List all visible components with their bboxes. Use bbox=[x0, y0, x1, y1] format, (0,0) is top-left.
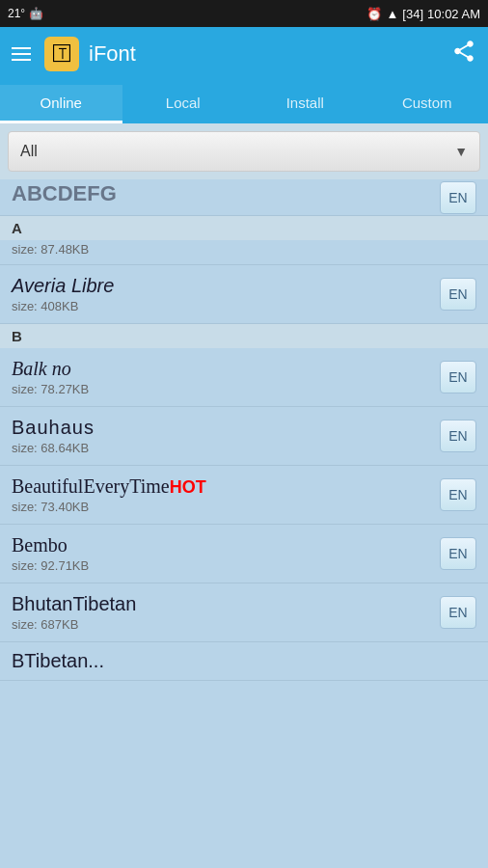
font-name-bauhaus: Bauhaus bbox=[12, 417, 440, 439]
partial-bottom-font-name: BTibetan... bbox=[12, 650, 104, 672]
font-name-bhutan: BhutanTibetan bbox=[12, 593, 440, 615]
signal-icon: ▲ bbox=[386, 7, 398, 21]
tab-custom[interactable]: Custom bbox=[366, 85, 489, 123]
font-item-bhutan[interactable]: BhutanTibetan size: 687KB EN bbox=[0, 583, 488, 642]
dropdown-container: All ▼ bbox=[0, 123, 488, 179]
font-item-averia-libre[interactable]: Averia Libre size: 408KB EN bbox=[0, 265, 488, 324]
partial-lang-badge: EN bbox=[440, 181, 476, 214]
font-item-left: Balk no size: 78.27KB bbox=[12, 358, 440, 396]
tab-bar: Online Local Install Custom bbox=[0, 81, 488, 123]
font-name-beautiful: BeautifulEveryTimeHOT bbox=[12, 475, 440, 498]
lang-badge-bembo: EN bbox=[440, 537, 476, 570]
lang-badge-beautiful: EN bbox=[440, 478, 476, 511]
toolbar-left: 🅃 iFont bbox=[12, 37, 136, 71]
partial-top-item[interactable]: ABCDEFG EN bbox=[0, 179, 488, 216]
app-title: iFont bbox=[89, 41, 136, 67]
app-icon: 🅃 bbox=[44, 37, 79, 71]
partial-size-text: size: 87.48KB bbox=[0, 240, 488, 265]
font-item-beautiful[interactable]: BeautifulEveryTimeHOT size: 73.40KB EN bbox=[0, 466, 488, 525]
font-size-bembo: size: 92.71KB bbox=[12, 558, 440, 573]
hamburger-line bbox=[12, 53, 31, 55]
font-name-bembo: Bembo bbox=[12, 534, 440, 556]
beautiful-text: BeautifulEveryTime bbox=[12, 475, 170, 497]
lang-badge-bhutan: EN bbox=[440, 596, 476, 629]
font-item-left: Averia Libre size: 408KB bbox=[12, 275, 440, 313]
lang-badge-bauhaus: EN bbox=[440, 420, 476, 452]
font-name-balk: Balk no bbox=[12, 358, 440, 380]
hamburger-line bbox=[12, 47, 31, 49]
font-size-beautiful: size: 73.40KB bbox=[12, 500, 440, 514]
hamburger-menu[interactable] bbox=[12, 47, 31, 61]
dropdown-value: All bbox=[20, 143, 38, 160]
tab-local[interactable]: Local bbox=[122, 85, 245, 123]
time-text: 10:02 AM bbox=[427, 7, 480, 21]
font-item-balk[interactable]: Balk no size: 78.27KB EN bbox=[0, 348, 488, 407]
font-size-bhutan: size: 687KB bbox=[12, 617, 440, 632]
share-icon bbox=[451, 39, 476, 64]
tab-online[interactable]: Online bbox=[0, 85, 122, 123]
font-name-averia: Averia Libre bbox=[12, 275, 440, 297]
alarm-icon: ⏰ bbox=[366, 7, 382, 21]
font-size-balk: size: 78.27KB bbox=[12, 382, 440, 396]
font-item-bembo[interactable]: Bembo size: 92.71KB EN bbox=[0, 525, 488, 583]
section-header-b: B bbox=[0, 324, 488, 348]
font-item-left: BhutanTibetan size: 687KB bbox=[12, 593, 440, 632]
font-item-left: Bauhaus size: 68.64KB bbox=[12, 417, 440, 455]
partial-font-name: ABCDEFG bbox=[12, 181, 117, 208]
battery-text: [34] bbox=[402, 7, 423, 21]
hamburger-line bbox=[12, 59, 31, 61]
lang-badge-averia: EN bbox=[440, 278, 476, 311]
font-size-bauhaus: size: 68.64KB bbox=[12, 441, 440, 455]
status-right: ⏰ ▲ [34] 10:02 AM bbox=[366, 7, 480, 21]
lang-badge-balk: EN bbox=[440, 361, 476, 393]
temperature-text: 21° bbox=[8, 7, 25, 20]
tab-install[interactable]: Install bbox=[244, 85, 366, 123]
android-icon: 🤖 bbox=[29, 7, 43, 20]
font-size-averia: size: 408KB bbox=[12, 299, 440, 313]
status-left: 21° 🤖 bbox=[8, 7, 43, 20]
hot-badge: HOT bbox=[170, 477, 206, 497]
font-item-left: Bembo size: 92.71KB bbox=[12, 534, 440, 573]
toolbar: 🅃 iFont bbox=[0, 27, 488, 81]
font-list: ABCDEFG EN A size: 87.48KB Averia Libre … bbox=[0, 179, 488, 681]
partial-bottom-item[interactable]: BTibetan... bbox=[0, 642, 488, 681]
app-icon-symbol: 🅃 bbox=[53, 44, 70, 65]
status-bar: 21° 🤖 ⏰ ▲ [34] 10:02 AM bbox=[0, 0, 488, 27]
filter-dropdown[interactable]: All ▼ bbox=[8, 131, 480, 172]
font-item-bauhaus[interactable]: Bauhaus size: 68.64KB EN bbox=[0, 407, 488, 466]
share-button[interactable] bbox=[451, 39, 476, 69]
section-header-a: A bbox=[0, 216, 488, 240]
dropdown-arrow-icon: ▼ bbox=[454, 144, 468, 159]
font-item-left: BeautifulEveryTimeHOT size: 73.40KB bbox=[12, 475, 440, 514]
